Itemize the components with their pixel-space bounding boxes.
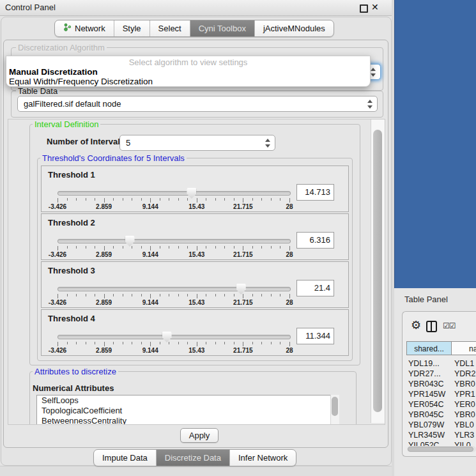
tick-mark bbox=[289, 294, 290, 298]
tick-mark bbox=[67, 342, 68, 344]
bottom-tab-bar: Impute DataDiscretize DataInfer Network bbox=[93, 449, 296, 466]
tab-jactivemnodules[interactable]: jActiveMNodules bbox=[255, 20, 334, 36]
horizontal-scrollbar[interactable] bbox=[407, 446, 476, 452]
close-icon[interactable]: ✕ bbox=[371, 2, 379, 12]
threshold-label: Threshold 1 bbox=[48, 170, 95, 180]
tick-mark bbox=[178, 342, 179, 344]
tick-mark bbox=[224, 198, 225, 201]
tick-mark bbox=[206, 246, 206, 249]
tab-label: Discretize Data bbox=[165, 450, 221, 466]
tick-mark bbox=[280, 342, 280, 344]
popup-item-equal-width-frequency[interactable]: Equal Width/Frequency Discretization bbox=[9, 77, 153, 86]
scrollbar-thumb[interactable] bbox=[332, 397, 338, 416]
tick-mark bbox=[132, 246, 132, 249]
tick-mark bbox=[58, 294, 58, 298]
threshold-slider-1[interactable]: -3.4262.8599.14415.4321.71528 bbox=[58, 188, 289, 210]
gear-icon[interactable]: ⚙ bbox=[411, 319, 421, 331]
cell-name: YDR2 bbox=[452, 369, 475, 379]
table-data-combo[interactable]: galFiltered.sif default node bbox=[17, 96, 378, 112]
threshold-value-field[interactable]: 6.316 bbox=[296, 232, 334, 249]
tick-mark bbox=[169, 198, 169, 201]
slider-thumb[interactable] bbox=[236, 284, 246, 295]
num-intervals-value: 5 bbox=[126, 138, 130, 148]
tick-mark bbox=[104, 198, 105, 203]
tick-mark bbox=[271, 198, 272, 201]
slider-thumb[interactable] bbox=[187, 188, 196, 199]
threshold-label: Threshold 2 bbox=[48, 218, 95, 227]
slider-thumb[interactable] bbox=[125, 236, 135, 247]
cell-shared-name: YDL19... bbox=[406, 358, 452, 369]
attribute-item-topologicalcoefficient[interactable]: TopologicalCoefficient bbox=[37, 406, 331, 416]
attributes-list-scrollbar[interactable] bbox=[330, 395, 339, 424]
scrollbar-thumb[interactable] bbox=[408, 447, 473, 452]
tick-mark bbox=[104, 246, 105, 250]
tick-mark bbox=[169, 342, 169, 344]
tab-style[interactable]: Style bbox=[114, 20, 150, 36]
tick-label: 2.859 bbox=[96, 347, 112, 354]
tick-mark bbox=[113, 342, 114, 344]
tick-mark bbox=[243, 198, 243, 203]
tick-mark bbox=[95, 198, 95, 201]
threshold-value-field[interactable]: 21.4 bbox=[296, 280, 334, 296]
threshold-slider-4[interactable]: -3.4262.8599.14415.4321.71528 bbox=[58, 332, 289, 353]
table-row[interactable]: YER054CYER0 bbox=[406, 399, 476, 410]
tab-discretize-data[interactable]: Discretize Data bbox=[157, 450, 230, 466]
column-header-shared-name[interactable]: shared... bbox=[406, 341, 452, 355]
app: Control Panel ✕ NetworkStyleSelectCyni T… bbox=[0, 0, 476, 476]
split-columns-icon[interactable] bbox=[426, 321, 437, 332]
tick-mark bbox=[280, 294, 280, 296]
attribute-item-betweennesscentrality[interactable]: BetweennessCentrality bbox=[37, 416, 331, 425]
combo-arrows-icon bbox=[367, 99, 372, 109]
tab-impute-data[interactable]: Impute Data bbox=[94, 450, 157, 466]
tick-mark bbox=[224, 246, 225, 249]
select-columns-icon[interactable]: ☑☑ bbox=[443, 321, 456, 330]
tick-mark bbox=[86, 198, 86, 201]
table-row[interactable]: YPR145WYPR1 bbox=[406, 389, 476, 399]
table-row[interactable]: YBR045CYBR0 bbox=[406, 410, 476, 420]
tick-label: 28 bbox=[286, 347, 293, 354]
spinner-arrows-icon bbox=[265, 138, 270, 148]
tick-label: 2.859 bbox=[96, 251, 112, 258]
tab-infer-network[interactable]: Infer Network bbox=[230, 450, 296, 466]
table-row[interactable]: YLR345WYLR3 bbox=[406, 430, 476, 440]
attribute-item-selfloops[interactable]: SelfLoops bbox=[37, 395, 331, 406]
popup-prompt-item[interactable]: Select algorithm to view settings bbox=[6, 58, 370, 67]
attributes-group-title: Attributes to discretize bbox=[33, 367, 118, 376]
tick-label: 9.144 bbox=[142, 347, 158, 354]
num-intervals-label: Number of Intervals bbox=[47, 137, 125, 146]
table-row[interactable]: YDL19...YDL1 bbox=[406, 358, 476, 369]
tick-mark bbox=[150, 198, 151, 203]
table-row[interactable]: YDR27...YDR2 bbox=[406, 369, 476, 379]
tick-mark bbox=[86, 246, 86, 249]
tick-mark bbox=[197, 246, 197, 250]
threshold-value-field[interactable]: 14.713 bbox=[296, 184, 334, 201]
float-window-icon[interactable] bbox=[360, 4, 368, 13]
tick-mark bbox=[95, 246, 95, 249]
scrollbar-thumb[interactable] bbox=[373, 130, 382, 412]
column-header-name[interactable]: na bbox=[451, 341, 476, 355]
vertical-scrollbar[interactable] bbox=[371, 119, 385, 423]
tick-mark bbox=[160, 198, 160, 201]
tab-label: Infer Network bbox=[238, 450, 288, 466]
threshold-box-1: Threshold 1-3.4262.8599.14415.4321.71528… bbox=[41, 165, 349, 212]
cell-shared-name: YDR27... bbox=[406, 369, 452, 379]
slider-thumb[interactable] bbox=[162, 332, 172, 342]
tab-network[interactable]: Network bbox=[55, 20, 114, 36]
popup-item-manual-discretization[interactable]: Manual Discretization bbox=[9, 67, 98, 77]
tick-label: 15.43 bbox=[188, 347, 204, 354]
apply-button[interactable]: Apply bbox=[180, 428, 219, 443]
numerical-attributes-label: Numerical Attributes bbox=[33, 383, 114, 393]
tick-mark bbox=[104, 294, 105, 298]
table-row[interactable]: YBR043CYBR0 bbox=[406, 379, 476, 389]
threshold-slider-2[interactable]: -3.4262.8599.14415.4321.71528 bbox=[58, 236, 289, 257]
threshold-value-field[interactable]: 11.344 bbox=[296, 328, 334, 344]
table-row[interactable]: YBL079WYBL0 bbox=[406, 420, 476, 430]
tab-label: Impute Data bbox=[102, 450, 148, 466]
control-panel-window: Control Panel ✕ NetworkStyleSelectCyni T… bbox=[0, 0, 392, 476]
num-intervals-spinner[interactable]: 5 bbox=[119, 135, 275, 151]
numerical-attributes-list[interactable]: SelfLoopsTopologicalCoefficientBetweenne… bbox=[36, 395, 332, 425]
threshold-slider-3[interactable]: -3.4262.8599.14415.4321.71528 bbox=[58, 284, 289, 305]
tab-select[interactable]: Select bbox=[150, 20, 190, 36]
tick-mark bbox=[252, 294, 253, 296]
tab-cyni-toolbox[interactable]: Cyni Toolbox bbox=[190, 20, 255, 36]
